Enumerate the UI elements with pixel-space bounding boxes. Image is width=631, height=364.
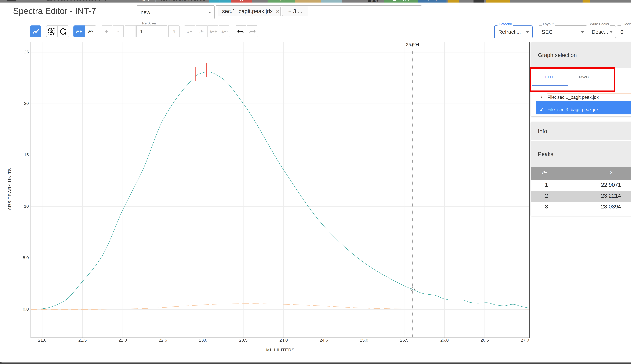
- svg-text:25.604: 25.604: [406, 42, 419, 47]
